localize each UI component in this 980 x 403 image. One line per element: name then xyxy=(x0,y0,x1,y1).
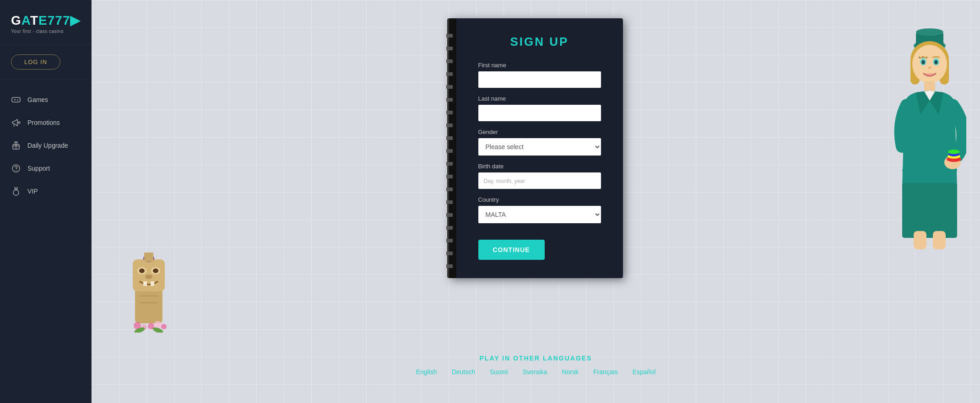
gamepad-icon xyxy=(11,95,21,105)
dealer-character xyxy=(893,14,966,253)
sidebar-item-vip[interactable]: VIP xyxy=(0,180,92,203)
svg-point-22 xyxy=(153,269,158,273)
gender-label: Gender xyxy=(478,129,601,135)
svg-rect-56 xyxy=(902,183,957,238)
sidebar-item-daily-upgrade[interactable]: Daily Upgrade xyxy=(0,134,92,157)
first-name-input[interactable] xyxy=(478,71,601,88)
sidebar-item-label-games: Games xyxy=(27,96,48,103)
svg-point-49 xyxy=(928,66,931,69)
svg-point-5 xyxy=(18,122,20,124)
svg-point-45 xyxy=(934,60,938,64)
birth-date-group: Birth date xyxy=(478,163,601,189)
gender-group: Gender Please select Male Female xyxy=(478,129,601,156)
svg-point-21 xyxy=(139,269,145,273)
country-group: Country MALTA United Kingdom Germany Fin… xyxy=(478,196,601,223)
lang-deutsch[interactable]: Deutsch xyxy=(452,368,475,376)
play-languages-title: PLAY IN OTHER LANGUAGES xyxy=(480,355,592,362)
svg-point-3 xyxy=(17,99,18,100)
last-name-label: Last name xyxy=(478,95,601,102)
signup-card: SIGN UP First name Last name Gender Plea… xyxy=(449,18,623,278)
svg-rect-58 xyxy=(933,231,946,249)
sidebar-nav: Games Promotions xyxy=(0,79,92,212)
birth-date-label: Birth date xyxy=(478,163,601,170)
svg-point-10 xyxy=(16,170,16,171)
logo-area: GATE777▶ Your first - class casino xyxy=(0,0,92,45)
sidebar-item-label-daily-upgrade: Daily Upgrade xyxy=(27,142,68,149)
svg-rect-14 xyxy=(135,287,162,323)
sidebar-item-label-support: Support xyxy=(27,165,50,172)
svg-point-37 xyxy=(916,28,943,36)
lang-norsk[interactable]: Norsk xyxy=(562,368,579,376)
gender-select[interactable]: Please select Male Female xyxy=(478,138,601,156)
question-icon xyxy=(11,163,21,173)
svg-point-23 xyxy=(145,274,152,279)
sidebar-item-label-promotions: Promotions xyxy=(27,119,60,126)
continue-button[interactable]: CONTINUE xyxy=(478,240,545,260)
country-select[interactable]: MALTA United Kingdom Germany Finland Swe… xyxy=(478,206,601,223)
logo-tagline: Your first - class casino xyxy=(11,29,81,34)
language-section: PLAY IN OTHER LANGUAGES English Deutsch … xyxy=(92,355,980,376)
megaphone-icon xyxy=(11,118,21,128)
last-name-group: Last name xyxy=(478,95,601,121)
svg-rect-18 xyxy=(144,253,153,262)
language-links: English Deutsch Suomi Svenska Norsk Fran… xyxy=(416,368,656,376)
main-content: SIGN UP First name Last name Gender Plea… xyxy=(92,0,980,403)
lang-english[interactable]: English xyxy=(416,368,437,376)
svg-rect-25 xyxy=(151,281,154,286)
birth-date-input[interactable] xyxy=(478,172,601,189)
sidebar-item-label-vip: VIP xyxy=(27,188,38,195)
medal-icon xyxy=(11,186,21,196)
sidebar-item-promotions[interactable]: Promotions xyxy=(0,111,92,134)
signup-title: SIGN UP xyxy=(478,35,601,49)
sidebar-item-games[interactable]: Games xyxy=(0,88,92,111)
first-name-label: First name xyxy=(478,62,601,69)
svg-point-44 xyxy=(921,60,925,64)
lang-espanol[interactable]: Español xyxy=(633,368,656,376)
svg-rect-57 xyxy=(914,231,926,249)
sidebar-item-support[interactable]: Support xyxy=(0,157,92,180)
logo: GATE777▶ xyxy=(11,13,81,28)
gift-icon xyxy=(11,140,21,150)
svg-point-11 xyxy=(13,190,19,195)
svg-point-55 xyxy=(948,150,960,154)
svg-rect-24 xyxy=(143,281,147,286)
lang-francais[interactable]: Français xyxy=(593,368,618,376)
login-section: LOG IN xyxy=(0,45,92,79)
svg-point-41 xyxy=(912,45,947,83)
sidebar: GATE777▶ Your first - class casino LOG I… xyxy=(0,0,92,403)
svg-rect-0 xyxy=(12,97,20,102)
login-button[interactable]: LOG IN xyxy=(11,54,60,70)
tiki-character xyxy=(124,241,174,334)
lang-svenska[interactable]: Svenska xyxy=(523,368,547,376)
country-label: Country xyxy=(478,196,601,203)
last-name-input[interactable] xyxy=(478,105,601,121)
svg-point-32 xyxy=(161,324,167,329)
first-name-group: First name xyxy=(478,62,601,88)
lang-suomi[interactable]: Suomi xyxy=(490,368,508,376)
svg-point-4 xyxy=(17,100,18,101)
